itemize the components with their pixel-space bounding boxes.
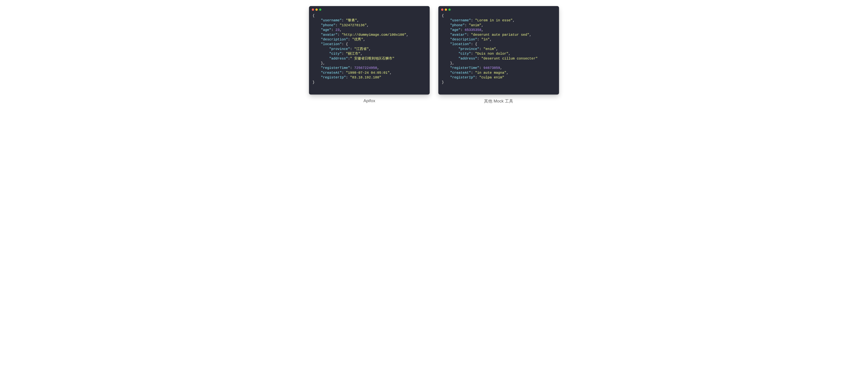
window-titlebar	[309, 6, 430, 13]
left-address: 安徽省日喀则地区石狮市	[352, 57, 392, 61]
right-avatar: deserunt aute pariatur sed	[473, 33, 527, 37]
right-registerIp: culpa enim	[482, 75, 502, 79]
right-registerTime: 94673859	[484, 66, 500, 70]
right-address: deserunt cillum consecter	[484, 57, 535, 61]
left-caption: Apifox	[364, 98, 375, 103]
right-code-block: { "username": "Lorem in in esse", "phone…	[438, 13, 559, 88]
left-code-block: { "username": "黎勇", "phone": "1324727813…	[309, 13, 430, 88]
left-age: 23	[335, 28, 340, 32]
left-createAt: 1998-07-24 04:05:01	[348, 71, 388, 75]
right-city: Duis non dolor	[477, 52, 506, 56]
right-code-window: { "username": "Lorem in in esse", "phone…	[438, 6, 559, 95]
right-caption: 其他 Mock 工具	[484, 98, 513, 104]
right-column: { "username": "Lorem in in esse", "phone…	[437, 6, 560, 108]
left-code-window: { "username": "黎勇", "phone": "1324727813…	[309, 6, 430, 95]
left-registerIp: 83.18.192.180	[352, 75, 379, 79]
comparison-stage: { "username": "黎勇", "phone": "1324727813…	[298, 0, 570, 113]
minimize-icon	[315, 8, 318, 11]
close-icon	[441, 8, 443, 11]
left-city: 丽江市	[348, 52, 358, 56]
right-username: Lorem in in esse	[477, 19, 510, 22]
left-avatar: http://dummyimage.com/100x100	[344, 33, 404, 37]
minimize-icon	[445, 8, 447, 11]
left-phone: 13247278136	[342, 23, 365, 27]
left-username: 黎勇	[348, 19, 355, 22]
close-icon	[312, 8, 314, 11]
right-createAt: in aute magna	[477, 71, 504, 75]
right-phone: anim	[471, 23, 479, 27]
left-registerTime: 72567224950	[354, 66, 377, 70]
zoom-icon	[319, 8, 321, 11]
left-column: { "username": "黎勇", "phone": "1324727813…	[308, 6, 431, 108]
right-province: enim	[486, 47, 494, 51]
right-age: 65335358	[465, 28, 482, 32]
window-titlebar	[438, 6, 559, 13]
left-province: 江西省	[356, 47, 367, 51]
right-description: in	[484, 37, 488, 41]
zoom-icon	[448, 8, 451, 11]
left-description: 优秀	[354, 37, 361, 41]
